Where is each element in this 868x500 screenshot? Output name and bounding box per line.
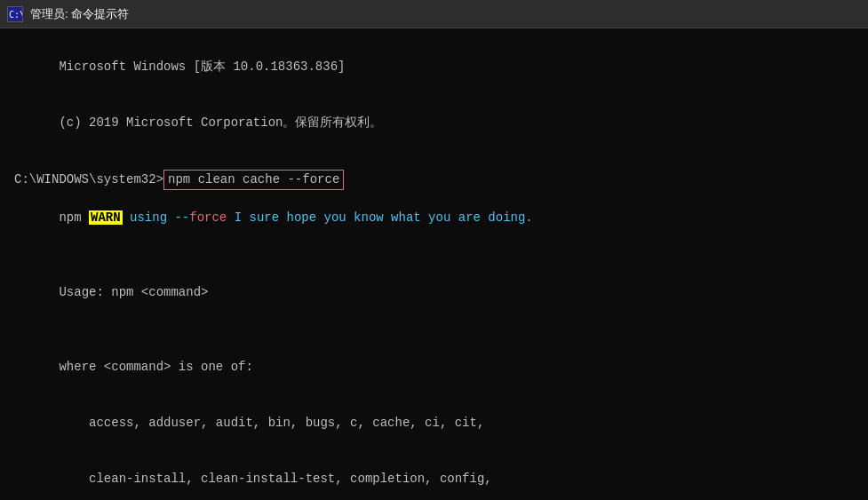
cmd-icon: C:\ [7,6,23,22]
spacer-2 [14,246,854,265]
terminal-content[interactable]: Microsoft Windows [版本 10.0.18363.836] (c… [0,28,868,500]
svg-text:C:\: C:\ [9,10,22,20]
prompt-gt: > [156,171,163,189]
spacer-3 [14,321,854,339]
commands-2: clean-install, clean-install-test, compl… [14,451,854,500]
spacer-1 [14,151,854,170]
warn-badge: WARN [89,210,123,225]
prompt-path: C:\WINDOWS\system32 [14,171,156,189]
version-line: Microsoft Windows [版本 10.0.18363.836] [14,39,854,95]
title-bar-text: 管理员: 命令提示符 [30,6,129,22]
title-bar: C:\ 管理员: 命令提示符 [0,0,868,28]
usage-line: Usage: npm <command> [14,265,854,321]
window: C:\ 管理员: 命令提示符 Microsoft Windows [版本 10.… [0,0,868,500]
command-input[interactable]: npm clean cache --force [163,170,344,190]
warn-line: npm WARN using --force I sure hope you k… [14,190,854,246]
commands-1: access, adduser, audit, bin, bugs, c, ca… [14,395,854,451]
copyright-line: (c) 2019 Microsoft Corporation。保留所有权利。 [14,95,854,151]
where-line: where <command> is one of: [14,339,854,395]
command-input-line: C:\WINDOWS\system32>npm clean cache --fo… [14,170,854,190]
